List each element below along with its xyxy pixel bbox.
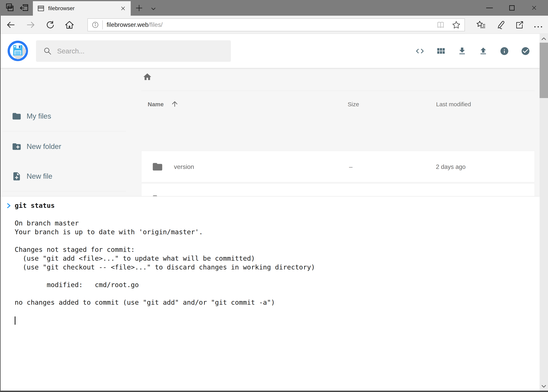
scroll-up-icon[interactable] [540, 35, 548, 43]
terminal-output-line [0, 307, 540, 316]
sidebar-item-new-folder[interactable]: New folder [0, 136, 127, 157]
browser-titlebar: filebrowser [0, 0, 548, 16]
terminal-command: git status [15, 202, 55, 210]
address-divider [102, 20, 103, 29]
back-button[interactable] [6, 20, 16, 30]
scroll-down-icon[interactable] [540, 382, 548, 390]
search-bar[interactable] [36, 40, 231, 62]
prompt-chevron-icon [6, 202, 12, 209]
terminal-output-line: Your branch is up to date with 'origin/m… [0, 228, 540, 236]
sidebar-divider [3, 191, 126, 191]
hub-favorites-icon[interactable] [476, 20, 486, 30]
terminal-output-line: modified: cmd/root.go [0, 280, 540, 289]
tab-list-chevron-icon[interactable] [150, 5, 157, 13]
folder-icon [152, 161, 163, 172]
download-icon[interactable] [458, 46, 467, 56]
tab-favicon-icon [37, 5, 45, 12]
folder-icon [12, 111, 21, 121]
terminal-cursor [15, 316, 15, 325]
forward-button[interactable] [26, 20, 36, 30]
create-file-icon [12, 171, 21, 181]
url-text[interactable]: filebrowser.web/files/ [107, 21, 163, 28]
window-maximize-button[interactable] [506, 0, 518, 16]
page-scrollbar[interactable] [540, 34, 548, 392]
sidebar-divider [3, 131, 126, 131]
column-header-modified[interactable]: Last modified [436, 101, 471, 108]
code-view-icon[interactable] [415, 46, 424, 56]
breadcrumb-home-icon[interactable] [143, 72, 152, 82]
terminal-output-line: Changes not staged for commit: [0, 245, 540, 254]
sidebar-item-label: New folder [27, 142, 61, 151]
column-header-size[interactable]: Size [348, 101, 359, 108]
sidebar-item-my-files[interactable]: My files [0, 105, 127, 127]
address-bar[interactable]: filebrowser.web/files/ [87, 18, 465, 31]
file-size: – [349, 163, 353, 170]
terminal-output-line: On branch master [0, 219, 540, 228]
browser-tab[interactable]: filebrowser [33, 1, 131, 16]
set-tabs-aside-icon[interactable] [20, 3, 29, 13]
terminal-output-line [0, 236, 540, 245]
new-tab-button[interactable] [135, 4, 143, 12]
search-input[interactable] [57, 47, 218, 55]
file-name: version [174, 163, 194, 170]
terminal-output-line: no changes added to commit (use "git add… [0, 298, 540, 307]
upload-icon[interactable] [479, 46, 488, 56]
annotate-pen-icon[interactable] [495, 20, 505, 30]
filebrowser-page: My files New folder New file Settings Na… [0, 34, 540, 392]
grid-view-icon[interactable] [436, 46, 446, 56]
search-icon [43, 47, 52, 56]
window-frame-left [0, 16, 0, 392]
scrollbar-thumb[interactable] [540, 43, 548, 98]
window-minimize-button[interactable] [484, 0, 495, 16]
breadcrumb-divider [141, 91, 535, 91]
terminal-output-line [0, 289, 540, 298]
info-icon[interactable] [500, 46, 509, 56]
share-icon[interactable] [514, 20, 524, 30]
reading-view-icon[interactable] [436, 21, 445, 29]
browser-navbar: filebrowser.web/files/ [0, 16, 548, 34]
terminal-output-line [0, 272, 540, 280]
terminal-prompt-line: git status [0, 201, 540, 210]
sort-ascending-icon[interactable] [171, 100, 179, 108]
file-modified: 2 days ago [436, 163, 466, 170]
url-host: filebrowser.web [107, 21, 148, 28]
more-options-icon[interactable] [533, 22, 543, 32]
tab-close-icon[interactable] [120, 5, 126, 12]
terminal-output-line: (use "git add <file>..." to update what … [0, 254, 540, 263]
terminal-output-line [0, 210, 540, 219]
terminal-output-line: (use "git checkout -- <file>..." to disc… [0, 263, 540, 272]
url-path: /files/ [148, 21, 163, 28]
sidebar-item-label: New file [27, 172, 52, 181]
terminal-panel[interactable]: git status On branch master Your branch … [0, 196, 540, 392]
favorite-star-icon[interactable] [452, 21, 461, 29]
create-folder-icon [12, 142, 21, 152]
tab-title: filebrowser [48, 5, 120, 12]
column-header-name[interactable]: Name [148, 101, 164, 108]
tab-preview-icon[interactable] [5, 3, 14, 13]
window-close-button[interactable] [528, 0, 540, 16]
sidebar-item-new-file[interactable]: New file [0, 166, 127, 187]
app-header [0, 34, 540, 68]
refresh-button[interactable] [45, 20, 55, 30]
select-multiple-icon[interactable] [521, 46, 530, 56]
site-info-icon[interactable] [91, 21, 99, 29]
terminal-cursor-line[interactable] [0, 316, 540, 325]
sidebar-item-label: My files [27, 112, 51, 120]
file-row-version[interactable]: version – 2 days ago [141, 151, 535, 182]
listing-header: Name Size Last modified [141, 98, 535, 112]
filebrowser-logo-icon[interactable] [7, 41, 28, 61]
home-button[interactable] [65, 20, 74, 30]
window-frame-bottom [0, 391, 548, 392]
